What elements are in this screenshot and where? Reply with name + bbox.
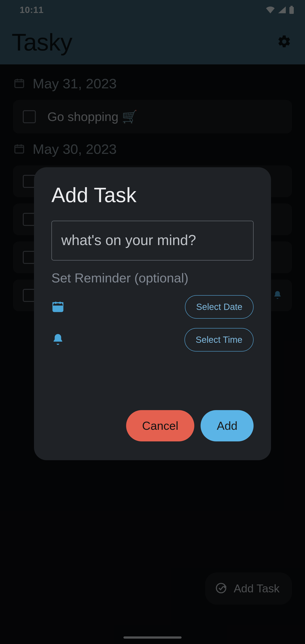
bell-icon — [52, 333, 64, 347]
calendar-icon — [52, 300, 64, 314]
dialog-title: Add Task — [52, 183, 254, 207]
select-date-button[interactable]: Select Date — [185, 295, 254, 319]
add-task-dialog: Add Task Set Reminder (optional) Select … — [34, 167, 271, 460]
date-picker-row: Select Date — [52, 295, 254, 319]
reminder-section-label: Set Reminder (optional) — [52, 270, 254, 285]
cancel-button[interactable]: Cancel — [126, 410, 194, 442]
dialog-actions: Cancel Add — [52, 410, 254, 442]
select-time-button[interactable]: Select Time — [184, 328, 254, 352]
task-title-input[interactable] — [52, 221, 254, 260]
time-picker-row: Select Time — [52, 328, 254, 352]
add-button[interactable]: Add — [200, 410, 254, 442]
